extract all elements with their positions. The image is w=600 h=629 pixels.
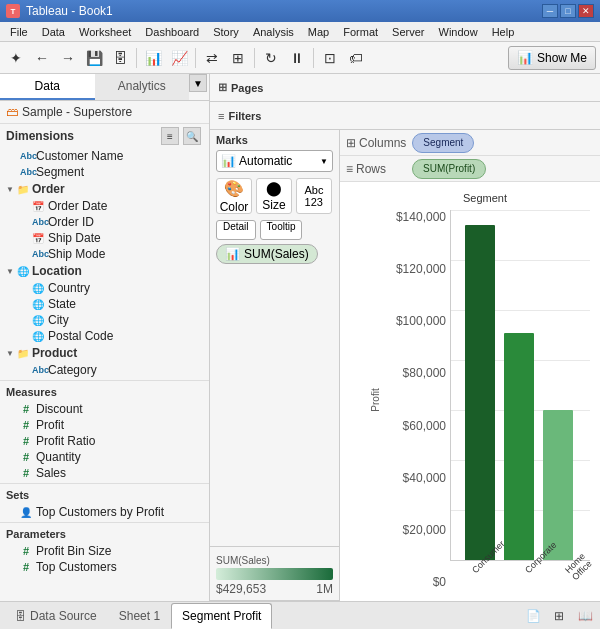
toolbar-new-button[interactable]: ✦: [4, 46, 28, 70]
rows-shelf: ≡ Rows SUM(Profit): [340, 156, 600, 182]
menu-story[interactable]: Story: [207, 25, 245, 39]
field-top-customers-by-profit[interactable]: 👤 Top Customers by Profit: [0, 504, 209, 520]
field-quantity[interactable]: # Quantity: [0, 449, 209, 465]
hash-icon-4: #: [20, 451, 32, 463]
menu-analysis[interactable]: Analysis: [247, 25, 300, 39]
minimize-button[interactable]: ─: [542, 4, 558, 18]
location-group-header[interactable]: ▼ 🌐 Location: [0, 262, 209, 280]
label-button[interactable]: Abc123: [296, 178, 332, 214]
chart-area: Profit $140,000 $120,000 $100,000 $80,00…: [380, 210, 590, 589]
columns-label: Columns: [359, 136, 406, 150]
field-ship-date[interactable]: 📅 Ship Date: [0, 230, 209, 246]
data-source-icon: 🗃: [6, 105, 18, 119]
menu-data[interactable]: Data: [36, 25, 71, 39]
field-ship-mode[interactable]: Abc Ship Mode: [0, 246, 209, 262]
new-dashboard-button[interactable]: ⊞: [548, 605, 570, 627]
toolbar-sort-button[interactable]: ⊞: [226, 46, 250, 70]
toolbar-forward-button[interactable]: →: [56, 46, 80, 70]
menu-window[interactable]: Window: [433, 25, 484, 39]
field-city[interactable]: 🌐 City: [0, 312, 209, 328]
toolbar-swap-button[interactable]: ⇄: [200, 46, 224, 70]
color-button[interactable]: 🎨 Color: [216, 178, 252, 214]
y-label-100k: $100,000: [396, 314, 446, 328]
search-fields-button[interactable]: 🔍: [183, 127, 201, 145]
hash-icon-7: #: [20, 561, 32, 573]
rows-pill[interactable]: SUM(Profit): [412, 159, 486, 179]
maximize-button[interactable]: □: [560, 4, 576, 18]
tab-analytics[interactable]: Analytics: [95, 74, 190, 100]
columns-pill[interactable]: Segment: [412, 133, 474, 153]
sort-fields-button[interactable]: ≡: [161, 127, 179, 145]
toolbar-pause-button[interactable]: ⏸: [285, 46, 309, 70]
toolbar-separator-4: [313, 48, 314, 68]
filters-icon: ≡: [218, 110, 224, 122]
marks-card: Marks 📊 Automatic ▼ 🎨 Color: [210, 130, 339, 547]
field-profit-bin-size[interactable]: # Profit Bin Size: [0, 543, 209, 559]
menu-dashboard[interactable]: Dashboard: [139, 25, 205, 39]
bar-home-office[interactable]: [543, 410, 574, 560]
toolbar-save-button[interactable]: 💾: [82, 46, 106, 70]
show-me-button[interactable]: 📊 Show Me: [508, 46, 596, 70]
field-postal-code[interactable]: 🌐 Postal Code: [0, 328, 209, 344]
tab-segment-profit[interactable]: Segment Profit: [171, 603, 272, 629]
chart-container: Segment Profit $140,000 $120,000 $100,00…: [340, 182, 600, 601]
field-order-id[interactable]: Abc Order ID: [0, 214, 209, 230]
detail-tooltip-row: Detail Tooltip: [216, 220, 333, 240]
menu-worksheet[interactable]: Worksheet: [73, 25, 137, 39]
globe-icon-4: 🌐: [32, 315, 44, 326]
size-button[interactable]: ⬤ Size: [256, 178, 292, 214]
field-profit-ratio[interactable]: # Profit Ratio: [0, 433, 209, 449]
tooltip-button[interactable]: Tooltip: [260, 220, 303, 240]
marks-dropdown[interactable]: 📊 Automatic ▼: [216, 150, 333, 172]
toolbar-refresh-button[interactable]: ↻: [259, 46, 283, 70]
abc-icon-4: Abc: [32, 249, 44, 259]
panel-control-button[interactable]: ▼: [189, 74, 207, 92]
color-max: 1M: [316, 582, 333, 596]
field-segment[interactable]: Abc Segment: [0, 164, 209, 180]
rows-icon: ≡: [346, 162, 353, 176]
detail-button[interactable]: Detail: [216, 220, 256, 240]
field-customer-name[interactable]: Abc Customer Name: [0, 148, 209, 164]
toolbar-label-button[interactable]: 🏷: [344, 46, 368, 70]
menu-format[interactable]: Format: [337, 25, 384, 39]
bar-consumer[interactable]: [465, 225, 496, 560]
toolbar-back-button[interactable]: ←: [30, 46, 54, 70]
toolbar-addds-button[interactable]: 🗄: [108, 46, 132, 70]
order-group-header[interactable]: ▼ 📁 Order: [0, 180, 209, 198]
toolbar-chart1-button[interactable]: 📊: [141, 46, 165, 70]
field-discount[interactable]: # Discount: [0, 401, 209, 417]
status-bar: 🗄 Data Source Sheet 1 Segment Profit 📄 ⊞…: [0, 601, 600, 629]
triangle-icon-2: ▼: [6, 267, 14, 276]
tab-data[interactable]: Data: [0, 74, 95, 100]
color-icon: 🎨: [224, 179, 244, 198]
tab-data-source[interactable]: 🗄 Data Source: [4, 603, 108, 629]
close-button[interactable]: ✕: [578, 4, 594, 18]
pages-icon: ⊞: [218, 81, 227, 94]
field-top-customers[interactable]: # Top Customers: [0, 559, 209, 575]
toolbar-fit-button[interactable]: ⊡: [318, 46, 342, 70]
bar-corporate[interactable]: [504, 333, 535, 561]
measures-divider: [0, 380, 209, 381]
product-group-header[interactable]: ▼ 📁 Product: [0, 344, 209, 362]
pages-label: Pages: [231, 82, 263, 94]
field-order-date[interactable]: 📅 Order Date: [0, 198, 209, 214]
menu-help[interactable]: Help: [486, 25, 521, 39]
menu-file[interactable]: File: [4, 25, 34, 39]
new-sheet-button[interactable]: 📄: [522, 605, 544, 627]
left-panel: Data Analytics ▼ 🗃 Sample - Superstore D…: [0, 74, 210, 601]
sum-sales-pill[interactable]: 📊 SUM(Sales): [216, 244, 318, 264]
y-axis-label: Profit: [370, 388, 381, 411]
filters-shelf: ≡ Filters: [210, 102, 600, 130]
menu-map[interactable]: Map: [302, 25, 335, 39]
data-source[interactable]: 🗃 Sample - Superstore: [0, 101, 209, 124]
field-sales[interactable]: # Sales: [0, 465, 209, 481]
menu-server[interactable]: Server: [386, 25, 430, 39]
field-category[interactable]: Abc Category: [0, 362, 209, 378]
new-story-button[interactable]: 📖: [574, 605, 596, 627]
field-state[interactable]: 🌐 State: [0, 296, 209, 312]
data-source-tab-label: Data Source: [30, 609, 97, 623]
field-profit[interactable]: # Profit: [0, 417, 209, 433]
tab-sheet1[interactable]: Sheet 1: [108, 603, 171, 629]
field-country[interactable]: 🌐 Country: [0, 280, 209, 296]
toolbar-chart2-button[interactable]: 📈: [167, 46, 191, 70]
